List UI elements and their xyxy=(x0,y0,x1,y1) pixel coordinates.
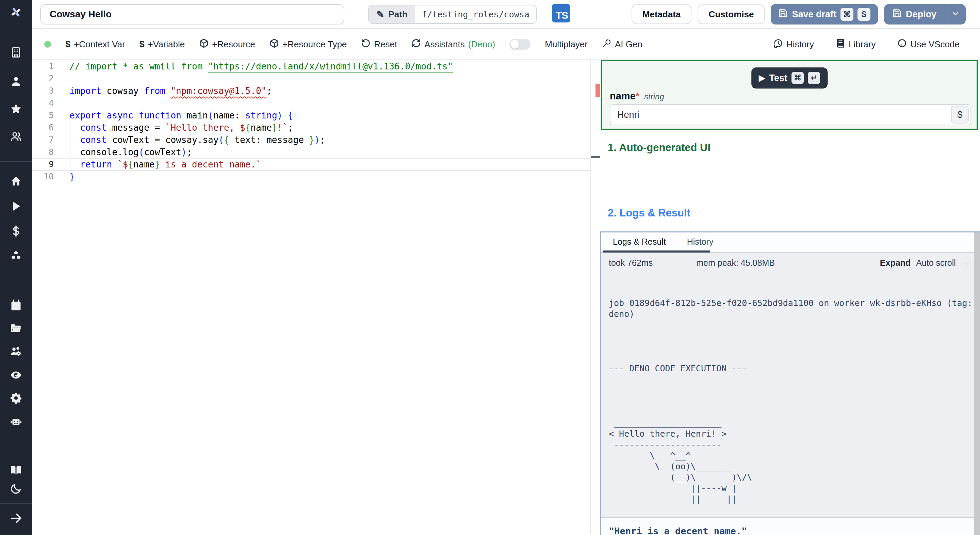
arg-name-input[interactable] xyxy=(611,110,951,120)
arrow-right-icon[interactable] xyxy=(8,511,24,526)
section-logs-result: 2. Logs & Result xyxy=(608,207,690,219)
ai-gen-button[interactable]: AI Gen xyxy=(602,38,643,50)
typescript-badge: TS xyxy=(552,4,570,22)
line-number: 9 xyxy=(32,158,54,170)
refresh-icon xyxy=(411,38,421,50)
package-icon xyxy=(269,38,279,50)
kbd-s: S xyxy=(858,8,870,21)
arg-name-label: name*string xyxy=(610,91,664,102)
code-line[interactable]: console.log(cowText); xyxy=(69,146,192,158)
save-icon xyxy=(778,8,788,21)
deploy-label: Deploy xyxy=(906,9,937,20)
use-vscode-button[interactable]: Use VScode xyxy=(897,38,959,50)
logs-panel: Logs & Result History took 762ms mem pea… xyxy=(600,231,980,535)
calendar-icon[interactable] xyxy=(8,298,24,313)
section-auto-generated-ui: 1. Auto-generated UI xyxy=(608,142,711,154)
play-icon[interactable] xyxy=(8,199,24,214)
add-variable-button[interactable]: $+Variable xyxy=(140,39,185,50)
users-icon[interactable] xyxy=(8,129,24,144)
path-pill[interactable]: ✎ Path f/testing_roles/cowsa xyxy=(368,5,537,24)
code-line[interactable]: const message = `Hello there, ${name}!`; xyxy=(69,121,293,134)
tab-history[interactable]: History xyxy=(675,237,723,252)
deploy-dropdown-button[interactable] xyxy=(945,4,966,24)
path-label-segment[interactable]: ✎ Path xyxy=(369,5,415,23)
dollar-icon: $ xyxy=(140,39,145,50)
autoscroll-toggle[interactable]: Auto scroll xyxy=(916,258,956,268)
rail-divider xyxy=(0,161,32,162)
deploy-button[interactable]: Deploy xyxy=(884,4,945,24)
windmill-logo[interactable] xyxy=(8,5,24,20)
save-icon xyxy=(892,8,902,21)
windmill-script-editor: ✎ Path f/testing_roles/cowsa TS Metadata… xyxy=(0,0,980,535)
arg-input-wrap: $ xyxy=(610,104,971,125)
building-icon[interactable] xyxy=(8,45,24,60)
customise-button[interactable]: Customise xyxy=(698,5,765,24)
robot-icon[interactable] xyxy=(8,414,24,430)
code-line[interactable]: } xyxy=(69,170,75,183)
logs-scrollbar[interactable] xyxy=(974,232,980,535)
logs-tab-bar: Logs & Result History xyxy=(601,232,980,253)
script-title-input[interactable] xyxy=(40,4,344,24)
cowsay-ascii-art: _____________________ < Hello there, Hen… xyxy=(609,417,966,505)
metadata-button[interactable]: Metadata xyxy=(632,5,692,24)
add-resource-type-button[interactable]: +Resource Type xyxy=(269,38,347,50)
line-number: 7 xyxy=(32,134,54,146)
folder-icon[interactable] xyxy=(8,321,24,336)
line-number: 5 xyxy=(32,109,54,121)
code-line[interactable]: // import * as wmill from "https://deno.… xyxy=(69,60,453,73)
save-draft-button[interactable]: Save draft ⌘ S xyxy=(771,4,878,24)
rail-divider xyxy=(0,503,32,504)
user-cog-icon[interactable] xyxy=(8,344,24,359)
gear-icon[interactable] xyxy=(8,391,24,406)
kbd-cmd: ⌘ xyxy=(840,8,853,21)
preview-panel: ▶ Test ⌘ ↵ name*string $ 1. Auto-generat… xyxy=(600,60,980,535)
test-button[interactable]: ▶ Test ⌘ ↵ xyxy=(751,67,827,89)
cursor-position-marker xyxy=(591,156,601,158)
code-line[interactable]: const cowText = cowsay.say({ text: messa… xyxy=(69,134,325,146)
tab-logs-result[interactable]: Logs & Result xyxy=(601,237,675,252)
result-viewer: "Henri is a decent name." xyxy=(601,517,980,535)
chevron-down-icon xyxy=(951,9,960,19)
dollar-icon: $ xyxy=(65,39,70,50)
log-output: job 0189d64f-812b-525e-f020-652bd9da1100… xyxy=(609,276,966,527)
dollar-icon[interactable] xyxy=(8,224,24,239)
cubes-icon[interactable] xyxy=(8,248,24,263)
home-icon[interactable] xyxy=(8,174,24,189)
eye-icon[interactable] xyxy=(8,368,24,382)
path-value[interactable]: f/testing_roles/cowsa xyxy=(415,5,536,23)
vscode-circle-icon xyxy=(897,38,907,50)
star-icon[interactable] xyxy=(8,102,24,116)
script-args-form: ▶ Test ⌘ ↵ name*string $ xyxy=(601,60,978,130)
library-button[interactable]: Library xyxy=(836,38,875,50)
code-editor[interactable]: 1// import * as wmill from "https://deno… xyxy=(32,60,590,535)
result-value: "Henri is a decent name." xyxy=(601,517,980,535)
arg-type-label: string xyxy=(644,92,664,101)
line-number: 1 xyxy=(32,60,54,73)
moon-icon[interactable] xyxy=(8,481,24,496)
add-resource-button[interactable]: +Resource xyxy=(199,38,255,50)
assistants-lang-label: (Deno) xyxy=(468,39,495,50)
multiplayer-toggle[interactable] xyxy=(509,39,530,50)
add-context-var-button[interactable]: $+Context Var xyxy=(65,39,125,50)
user-icon[interactable] xyxy=(8,74,24,89)
code-line[interactable]: return `${name} is a decent name.` xyxy=(69,158,261,170)
editor-overview-ruler[interactable] xyxy=(590,60,600,535)
expand-button[interactable]: Expand xyxy=(880,258,911,268)
log-job-line: job 0189d64f-812b-525e-f020-652bd9da1100… xyxy=(609,298,966,320)
top-bar: ✎ Path f/testing_roles/cowsa TS Metadata… xyxy=(32,0,980,29)
insert-variable-button[interactable]: $ xyxy=(951,106,969,124)
book-open-icon[interactable] xyxy=(8,462,24,478)
history-clock-icon xyxy=(773,38,783,50)
toggle-knob xyxy=(511,40,519,49)
top-bar-actions: Metadata Customise Save draft ⌘ S Deploy xyxy=(632,4,966,24)
status-dot xyxy=(44,41,51,48)
code-line[interactable]: export async function main(name: string)… xyxy=(69,109,293,121)
history-button[interactable]: History xyxy=(773,38,814,50)
line-number: 2 xyxy=(32,73,54,85)
rotate-ccw-icon xyxy=(361,38,371,50)
run-stats-row: took 762ms mem peak: 45.08MB Expand Auto… xyxy=(601,253,980,272)
book-icon xyxy=(836,38,845,50)
code-line[interactable]: import cowsay from "npm:cowsay@1.5.0"; xyxy=(69,85,272,97)
assistants-button[interactable]: Assistants(Deno) xyxy=(411,38,495,50)
reset-button[interactable]: Reset xyxy=(361,38,397,50)
